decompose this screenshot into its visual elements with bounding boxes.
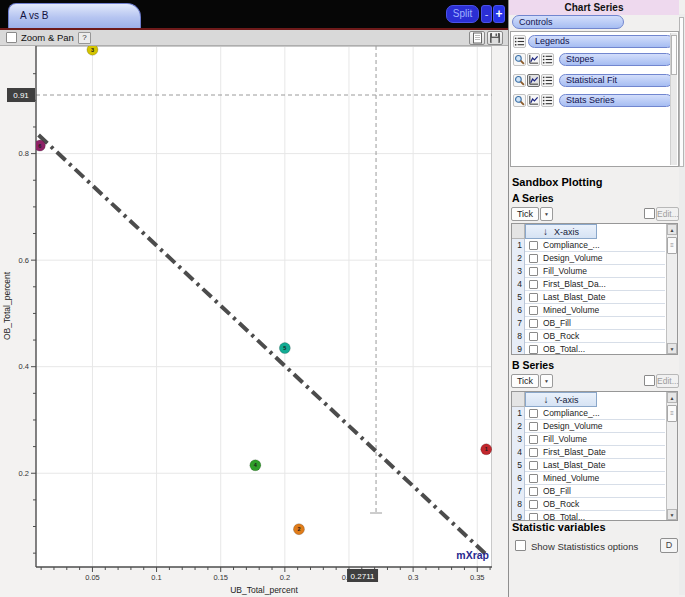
a-tick-dropdown-icon[interactable]: ▼: [540, 207, 553, 221]
row-checkbox[interactable]: [529, 422, 538, 431]
copy-button[interactable]: [469, 31, 485, 45]
a-series-checkbox[interactable]: [644, 208, 655, 219]
row-label: Design_Volume: [543, 252, 663, 265]
row-number: 9: [512, 343, 525, 354]
row-checkbox[interactable]: [529, 293, 538, 302]
table-row[interactable]: 4First_Blast_Da...: [512, 278, 665, 291]
b-series-heading: B Series: [512, 359, 554, 371]
b-tick-dropdown-icon[interactable]: ▼: [540, 374, 553, 388]
row-checkbox[interactable]: [529, 409, 538, 418]
table-row[interactable]: 9OB_Total...: [512, 511, 665, 520]
row-checkbox[interactable]: [529, 254, 538, 263]
b-edit-button[interactable]: Edit...: [656, 374, 679, 388]
table-row[interactable]: 7OB_Fill: [512, 485, 665, 498]
axis-header-label: X-axis: [554, 227, 579, 237]
row-checkbox[interactable]: [529, 345, 538, 354]
zoom-icon[interactable]: [513, 94, 526, 107]
arrow-down-icon: ↓: [543, 227, 548, 237]
table-row[interactable]: 1Compliance_...: [512, 239, 665, 252]
crosshair-x-value: 0.2711: [347, 569, 378, 582]
table-row[interactable]: 3Fill_Volume: [512, 433, 665, 446]
scroll-down-icon[interactable]: ▼: [667, 343, 677, 354]
b-series-checkbox[interactable]: [644, 375, 655, 386]
table-scrollbar[interactable]: ▲≡▼: [666, 392, 677, 520]
table-row[interactable]: 2Design_Volume: [512, 252, 665, 265]
table-scrollbar[interactable]: ▲≡▼: [666, 224, 677, 354]
row-checkbox[interactable]: [529, 319, 538, 328]
scrollbar-thumb[interactable]: ≡: [667, 237, 677, 254]
row-checkbox[interactable]: [529, 306, 538, 315]
table-row[interactable]: 6Mined_Volume: [512, 304, 665, 317]
row-checkbox[interactable]: [529, 500, 538, 509]
axis-column-header[interactable]: ↓Y-axis: [525, 392, 597, 407]
series-button-stopes[interactable]: Stopes: [559, 53, 673, 66]
scatter-chart[interactable]: 0.050.10.150.20.250.30.350.20.40.60.8UB_…: [0, 46, 508, 597]
scrollbar-thumb[interactable]: [679, 17, 684, 167]
list-icon[interactable]: [541, 74, 554, 87]
row-number: 9: [512, 511, 525, 520]
scrollbar-thumb[interactable]: [671, 35, 677, 75]
data-point-label: 2: [297, 526, 300, 532]
table-row[interactable]: 9OB_Total...: [512, 343, 665, 354]
chart-icon[interactable]: [527, 53, 540, 66]
d-button[interactable]: D: [660, 538, 678, 553]
row-label: First_Blast_Da...: [543, 278, 663, 291]
chart-icon[interactable]: [527, 74, 540, 87]
tab-a-vs-b[interactable]: A vs B: [8, 3, 141, 28]
row-number: 3: [512, 433, 525, 446]
chart-icon[interactable]: [527, 94, 540, 107]
maximize-button[interactable]: +: [493, 5, 505, 23]
table-row[interactable]: 2Design_Volume: [512, 420, 665, 433]
a-edit-button[interactable]: Edit...: [656, 207, 679, 221]
help-button[interactable]: ?: [78, 32, 91, 44]
minimize-button[interactable]: -: [481, 5, 492, 23]
zoom-icon[interactable]: [513, 53, 526, 66]
svg-text:0.8: 0.8: [19, 149, 29, 158]
panel-scrollbar[interactable]: [679, 14, 685, 595]
x-axis-label: UB_Total_percent: [230, 585, 298, 595]
table-row[interactable]: 8OB_Rock: [512, 498, 665, 511]
row-checkbox[interactable]: [529, 332, 538, 341]
series-button-statistical-fit[interactable]: Statistical Fit: [559, 74, 673, 87]
series-button-legends[interactable]: Legends: [528, 35, 674, 48]
row-label: Design_Volume: [543, 420, 663, 433]
controls-button[interactable]: Controls: [512, 15, 624, 29]
scrollbar-thumb[interactable]: ≡: [667, 405, 677, 422]
row-checkbox[interactable]: [529, 448, 538, 457]
table-row[interactable]: 7OB_Fill: [512, 317, 665, 330]
zoom-pan-checkbox[interactable]: [6, 32, 17, 43]
plot-toolbar: Zoom & Pan ?: [0, 30, 508, 46]
scroll-down-icon[interactable]: ▼: [667, 509, 677, 520]
scroll-up-icon[interactable]: ▲: [667, 392, 677, 403]
axis-column-header[interactable]: ↓X-axis: [525, 224, 597, 239]
list-icon[interactable]: [513, 35, 526, 48]
row-checkbox[interactable]: [529, 280, 538, 289]
scroll-up-icon[interactable]: ▲: [667, 224, 677, 235]
table-row[interactable]: 1Compliance_...: [512, 407, 665, 420]
list-icon[interactable]: [541, 53, 554, 66]
b-tick-button[interactable]: Tick: [511, 374, 539, 388]
table-row[interactable]: 3Fill_Volume: [512, 265, 665, 278]
show-statistics-checkbox[interactable]: [515, 540, 526, 551]
row-checkbox[interactable]: [529, 267, 538, 276]
a-tick-button[interactable]: Tick: [511, 207, 539, 221]
table-row[interactable]: 5Last_Blast_Date: [512, 459, 665, 472]
row-checkbox[interactable]: [529, 474, 538, 483]
group-scrollbar[interactable]: [670, 33, 677, 165]
split-button[interactable]: Split: [446, 5, 479, 23]
zoom-icon[interactable]: [513, 74, 526, 87]
b-series-table: ↓Y-axis1Compliance_...2Design_Volume3Fil…: [511, 391, 678, 521]
table-row[interactable]: 5Last_Blast_Date: [512, 291, 665, 304]
row-checkbox[interactable]: [529, 241, 538, 250]
series-button-stats-series[interactable]: Stats Series: [559, 94, 673, 107]
row-checkbox[interactable]: [529, 487, 538, 496]
list-icon[interactable]: [541, 94, 554, 107]
row-checkbox[interactable]: [529, 435, 538, 444]
table-row[interactable]: 6Mined_Volume: [512, 472, 665, 485]
save-button[interactable]: [487, 31, 503, 45]
table-row[interactable]: 4First_Blast_Date: [512, 446, 665, 459]
row-label: OB_Total...: [543, 511, 663, 520]
row-checkbox[interactable]: [529, 461, 538, 470]
row-checkbox[interactable]: [529, 513, 538, 520]
table-row[interactable]: 8OB_Rock: [512, 330, 665, 343]
